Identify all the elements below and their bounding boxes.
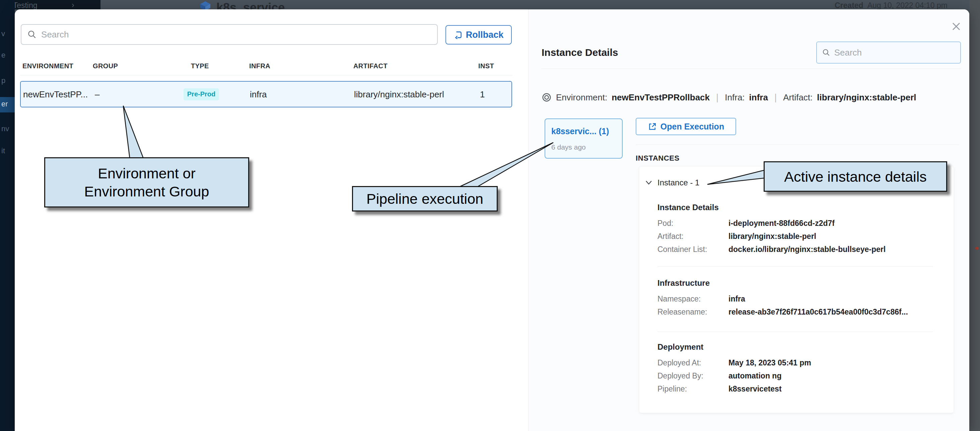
rollback-button[interactable]: Rollback <box>445 25 512 44</box>
divider: | <box>774 92 777 103</box>
sidebar-item[interactable]: p <box>2 76 5 85</box>
column-header-environment: ENVIRONMENT <box>22 62 73 70</box>
execution-time: 6 days ago <box>551 143 586 151</box>
background-right-strip <box>969 0 980 431</box>
callout-environment: Environment or Environment Group <box>44 157 249 208</box>
environment-label: Environment: <box>556 92 607 103</box>
row-group: – <box>95 89 99 99</box>
row-infra: infra <box>250 89 267 99</box>
table-header-divider <box>20 75 512 75</box>
pipeline-execution-card[interactable]: k8sservic... (1) 6 days ago <box>545 119 623 158</box>
page-title: k8s_service <box>216 1 285 10</box>
detail-value: release-ab3e7f26f711a0c617b54ea00f0c3d7c… <box>729 307 908 316</box>
detail-row: Container List:docker.io/library/nginx:s… <box>657 243 935 256</box>
row-inst-count: 1 <box>480 89 485 99</box>
app-top-header: k8s_service CreatedAug 10, 2022 04:10 pm <box>0 0 980 10</box>
detail-label: Namespace: <box>657 293 729 306</box>
sidebar-item[interactable]: v <box>2 29 5 38</box>
left-nav-sidebar: v e p er nv it <box>0 0 15 431</box>
created-value: Aug 10, 2022 04:10 pm <box>867 1 948 10</box>
close-icon[interactable] <box>948 19 964 34</box>
deployment-summary-line: Environment: newEnvTestPPRollback | Infr… <box>542 90 916 105</box>
external-link-icon <box>648 122 657 131</box>
section-divider <box>657 266 933 267</box>
section-heading: Infrastructure <box>657 279 935 288</box>
detail-row: Deployed At:May 18, 2023 05:41 pm <box>657 357 935 369</box>
environment-icon <box>542 92 552 102</box>
pre-prod-badge: Pre-Prod <box>183 88 219 100</box>
sidebar-item-active[interactable]: er <box>0 97 15 113</box>
detail-row: Deployed By:automation ng <box>657 369 935 382</box>
artifact-value: library/nginx:stable-perl <box>817 92 916 103</box>
detail-row: Namespace:infra <box>657 293 935 306</box>
divider: | <box>716 92 718 103</box>
detail-value: k8sservicetest <box>729 385 782 393</box>
row-environment: newEnvTestPP... <box>23 89 88 99</box>
rollback-instances-modal: Rollback ENVIRONMENT GROUP TYPE INFRA AR… <box>15 10 969 431</box>
detail-value: automation ng <box>729 371 781 380</box>
detail-value: infra <box>729 295 745 303</box>
detail-value: May 18, 2023 05:41 pm <box>729 358 811 367</box>
table-header-row: ENVIRONMENT GROUP TYPE INFRA ARTIFACT IN… <box>20 60 512 71</box>
search-icon <box>27 30 37 39</box>
callout-text: Pipeline execution <box>366 190 483 208</box>
created-label: Created <box>835 1 864 10</box>
column-header-type: TYPE <box>191 62 209 70</box>
environment-table-row-selected[interactable]: newEnvTestPP... – Pre-Prod infra library… <box>20 81 512 108</box>
callout-text: Environment Group <box>84 182 209 200</box>
detail-label: Artifact: <box>657 230 729 243</box>
background-artifact-dot <box>975 247 978 250</box>
breadcrumb-arrow-icon: › <box>72 1 74 10</box>
callout-active-instance: Active instance details <box>764 161 947 192</box>
search-input[interactable] <box>834 48 955 58</box>
detail-row: Pipeline:k8sservicetest <box>657 382 935 396</box>
detail-row: Artifact:library/nginx:stable-perl <box>657 230 935 243</box>
detail-row: Pod:i-deployment-88fd66cd-z2d7f <box>657 217 935 230</box>
panel-header-divider <box>542 68 961 69</box>
detail-label: Deployed At: <box>657 357 729 369</box>
search-input[interactable] <box>41 29 431 40</box>
column-header-infra: INFRA <box>249 62 270 70</box>
execution-name: k8sservic... (1) <box>551 127 609 136</box>
column-header-group: GROUP <box>93 62 118 70</box>
instances-section-label: INSTANCES <box>636 154 679 163</box>
callout-text: Active instance details <box>784 168 926 186</box>
open-execution-label: Open Execution <box>660 122 724 132</box>
instance-expand-toggle[interactable]: Instance - 1 <box>645 178 699 187</box>
chevron-down-icon <box>645 181 652 185</box>
column-header-artifact: ARTIFACT <box>353 62 388 70</box>
section-heading: Instance Details <box>657 203 935 212</box>
instance-title: Instance - 1 <box>657 178 699 187</box>
environment-search-field[interactable] <box>21 24 438 45</box>
sidebar-item[interactable]: nv <box>2 125 9 133</box>
column-header-inst: INST <box>478 62 494 70</box>
environment-value: newEnvTestPPRollback <box>612 92 710 103</box>
detail-label: Deployed By: <box>657 369 729 382</box>
infra-label: Infra: <box>725 92 745 103</box>
sidebar-item-label: er <box>2 100 8 108</box>
instance-details-panel: Instance Details Environment: newEnvTest… <box>528 10 969 431</box>
rollback-button-label: Rollback <box>466 30 504 40</box>
artifact-label: Artifact: <box>783 92 813 103</box>
detail-label: Container List: <box>657 243 729 256</box>
sidebar-item[interactable]: e <box>2 51 5 60</box>
instance-details-section: Instance Details Pod:i-deployment-88fd66… <box>657 203 935 256</box>
callout-text: Environment or <box>98 164 196 182</box>
detail-label: Releasename: <box>657 306 729 318</box>
deployment-section: Deployment Deployed At:May 18, 2023 05:4… <box>657 342 935 396</box>
infra-value: infra <box>749 92 768 103</box>
detail-label: Pipeline: <box>657 382 729 396</box>
infrastructure-section: Infrastructure Namespace:infra Releasena… <box>657 279 935 318</box>
detail-value: i-deployment-88fd66cd-z2d7f <box>729 219 835 228</box>
detail-value: library/nginx:stable-perl <box>729 232 816 241</box>
instance-search-field[interactable] <box>816 41 961 63</box>
callout-pipeline-execution: Pipeline execution <box>352 186 498 211</box>
search-icon <box>822 48 830 57</box>
breadcrumb: H -Testing › <box>0 0 100 10</box>
section-heading: Deployment <box>657 342 935 352</box>
open-execution-button[interactable]: Open Execution <box>636 118 736 135</box>
service-title-group: k8s_service <box>200 1 285 10</box>
row-artifact: library/nginx:stable-perl <box>354 89 444 99</box>
sidebar-item[interactable]: it <box>2 147 5 155</box>
detail-value: docker.io/library/nginx:stable-bullseye-… <box>729 245 886 254</box>
